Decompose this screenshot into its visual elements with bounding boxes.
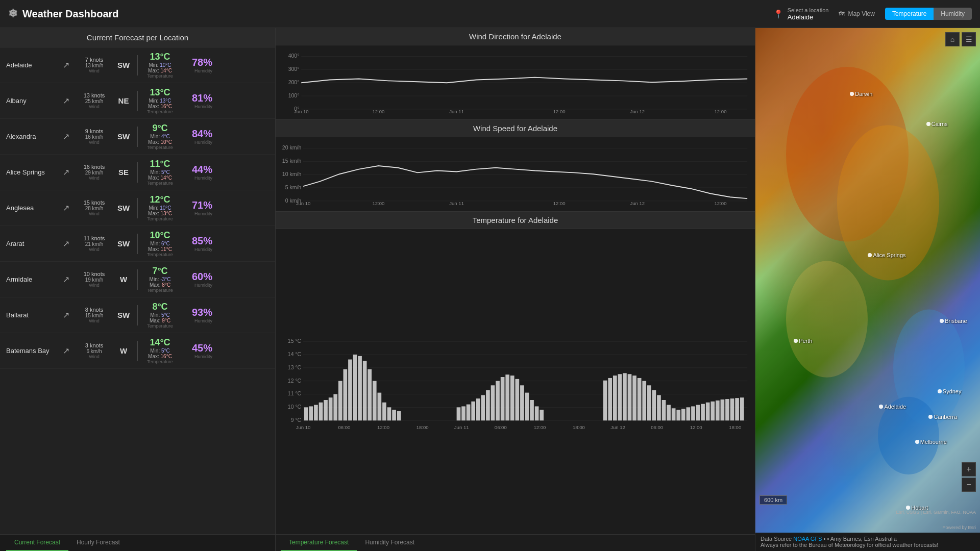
svg-rect-88	[623, 373, 627, 420]
svg-rect-69	[471, 402, 475, 420]
svg-rect-64	[392, 410, 396, 420]
svg-rect-111	[735, 398, 739, 420]
temp-label: Temperature	[141, 109, 179, 114]
zoom-out-button[interactable]: −	[962, 478, 976, 492]
wind-arrow-icon: ↗	[63, 239, 69, 248]
wind-icon-area: ↗	[57, 132, 75, 141]
city-label: Sydney	[943, 388, 962, 394]
city-label: Darwin	[855, 91, 872, 97]
temp-info: 7°C Min: -3°C Max: 8°C Temperature	[141, 266, 179, 293]
temp-minmax: Min: 5°C Max: 16°C	[141, 348, 179, 359]
svg-rect-73	[491, 385, 495, 420]
temp-info: 14°C Min: 5°C Max: 16°C Temperature	[141, 337, 179, 364]
city-label: Perth	[799, 338, 812, 344]
svg-rect-51	[329, 397, 333, 420]
svg-rect-68	[467, 405, 471, 421]
forecast-row[interactable]: Alexandra ↗ 9 knots 16 km/h Wind SW 9°C …	[0, 119, 275, 155]
svg-text:12:00: 12:00	[373, 109, 385, 114]
wind-info: 10 knots 19 km/h Wind	[75, 271, 113, 288]
forecast-panel-title: Current Forecast per Location	[0, 28, 275, 47]
forecast-row[interactable]: Ararat ↗ 11 knots 21 km/h Wind SW 10°C M…	[0, 226, 275, 262]
city-label: Canberra	[934, 414, 957, 420]
svg-rect-77	[510, 375, 514, 420]
svg-rect-82	[535, 406, 539, 420]
forecast-row[interactable]: Adelaide ↗ 7 knots 13 km/h Wind SW 13°C …	[0, 47, 275, 83]
temp-min: 4°C	[161, 134, 170, 139]
humidity-pct: 81%	[179, 92, 212, 104]
svg-rect-105	[706, 403, 710, 420]
wind-label: Wind	[75, 247, 113, 252]
svg-text:12:00: 12:00	[553, 201, 566, 206]
map-container[interactable]: DarwinCairnsAlice SpringsBrisbanePerthAd…	[755, 28, 980, 533]
current-forecast-tab[interactable]: Current Forecast	[6, 535, 68, 551]
map-icon: 🗺	[839, 10, 845, 17]
city-dot	[906, 506, 910, 510]
humidity-forecast-tab[interactable]: Humidity Forecast	[357, 535, 423, 551]
wind-kmh: 21 km/h	[75, 241, 113, 247]
svg-rect-99	[676, 410, 680, 420]
forecast-row[interactable]: Albany ↗ 13 knots 25 km/h Wind NE 13°C M…	[0, 83, 275, 119]
svg-rect-78	[516, 379, 520, 420]
wind-icon-area: ↗	[57, 203, 75, 213]
humidity-label: Humidity	[179, 68, 212, 73]
temp-minmax: Min: 10°C Max: 13°C	[141, 205, 179, 216]
svg-rect-91	[638, 378, 642, 420]
temp-current: 13°C	[141, 87, 179, 98]
hourly-forecast-tab[interactable]: Hourly Forecast	[68, 535, 128, 551]
svg-text:300°: 300°	[288, 66, 300, 72]
map-home-button[interactable]: ⌂	[945, 32, 960, 46]
humidity-info: 78% Humidity	[179, 57, 212, 73]
data-source-text: • Amy Barnes, Esri Australia	[827, 536, 897, 542]
wind-kmh: 29 km/h	[75, 170, 113, 176]
wind-icon-area: ↗	[57, 167, 75, 177]
forecast-row[interactable]: Ballarat ↗ 8 knots 15 km/h Wind SW 8°C M…	[0, 297, 275, 333]
wind-knots: 10 knots	[75, 271, 113, 277]
temperature-title: Temperature for Adelaide	[276, 212, 755, 229]
forecast-row[interactable]: Alice Springs ↗ 16 knots 29 km/h Wind SE…	[0, 155, 275, 190]
left-panel: Current Forecast per Location Adelaide ↗…	[0, 28, 276, 551]
main-content: Current Forecast per Location Adelaide ↗…	[0, 28, 980, 551]
svg-rect-97	[667, 405, 671, 421]
temp-label: Temperature	[141, 359, 179, 364]
temperature-toggle[interactable]: Temperature	[885, 8, 934, 20]
humidity-toggle[interactable]: Humidity	[934, 8, 972, 20]
temp-label: Temperature	[141, 252, 179, 257]
humidity-label: Humidity	[179, 140, 212, 145]
zoom-in-button[interactable]: +	[962, 462, 976, 477]
temp-minmax: Min: -3°C Max: 8°C	[141, 277, 179, 288]
map-list-button[interactable]: ☰	[962, 32, 976, 46]
temperature-forecast-tab[interactable]: Temperature Forecast	[281, 535, 357, 551]
city-label: Adelaide	[884, 404, 906, 410]
location-selector[interactable]: 📍 Select a location Adelaide	[773, 7, 829, 21]
forecast-row[interactable]: Armidale ↗ 10 knots 19 km/h Wind W 7°C M…	[0, 262, 275, 297]
svg-text:12:00: 12:00	[377, 424, 389, 430]
svg-rect-79	[520, 385, 524, 420]
location-value: Adelaide	[788, 13, 829, 21]
svg-text:200°: 200°	[288, 79, 300, 85]
wind-icon-area: ↗	[57, 274, 75, 284]
svg-text:Jun 10: Jun 10	[294, 109, 309, 114]
humidity-label: Humidity	[179, 104, 212, 109]
svg-rect-90	[632, 375, 636, 420]
location-name: Alice Springs	[6, 168, 57, 176]
forecast-row[interactable]: Batemans Bay ↗ 3 knots 6 km/h Wind W 14°…	[0, 333, 275, 369]
temp-min: 5°C	[161, 348, 170, 354]
map-view-label: Map View	[848, 10, 874, 17]
temp-minmax: Min: 6°C Max: 11°C	[141, 241, 179, 252]
city-dot	[868, 253, 872, 257]
forecast-row[interactable]: Anglesea ↗ 15 knots 28 km/h Wind SW 12°C…	[0, 190, 275, 226]
city-dot	[940, 319, 944, 323]
data-source-line2: Always refer to the Bureau of Meteorolog…	[761, 542, 975, 548]
temp-current: 13°C	[141, 52, 179, 62]
temp-divider	[137, 341, 138, 361]
humidity-pct: 84%	[179, 128, 212, 140]
wind-direction-badge: W	[113, 346, 134, 355]
city-dot	[794, 339, 798, 343]
city-dot	[915, 440, 919, 444]
map-view-button[interactable]: 🗺 Map View	[839, 10, 874, 17]
noaa-link[interactable]: NOAA GFS	[793, 536, 822, 542]
humidity-info: 71% Humidity	[179, 199, 212, 216]
wind-arrow-icon: ↗	[63, 310, 69, 320]
location-name: Anglesea	[6, 204, 57, 212]
svg-rect-61	[378, 393, 382, 421]
